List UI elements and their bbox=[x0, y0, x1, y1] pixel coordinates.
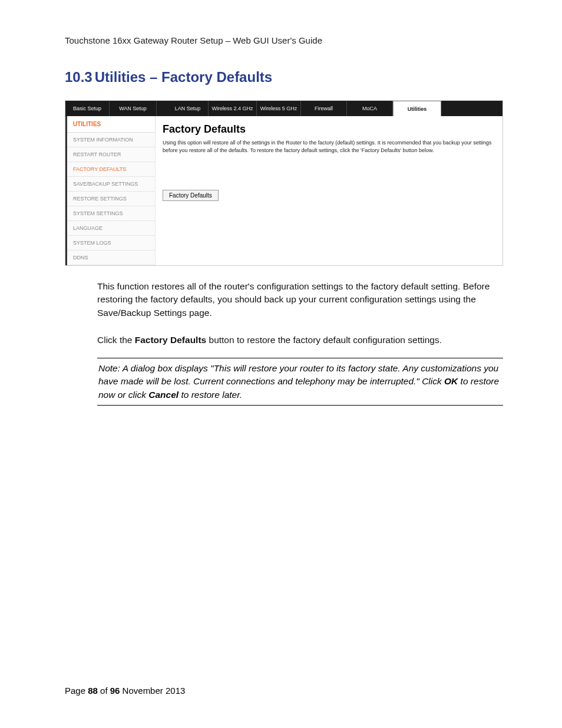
sidebar: UTILITIES SYSTEM INFORMATIONRESTART ROUT… bbox=[65, 116, 156, 265]
section-title: Utilities – Factory Defaults bbox=[95, 69, 272, 85]
section-heading: 10.3Utilities – Factory Defaults bbox=[65, 69, 503, 85]
top-tab-wan-setup[interactable]: WAN Setup bbox=[110, 101, 157, 116]
sidebar-item-system-information[interactable]: SYSTEM INFORMATION bbox=[67, 133, 156, 147]
panel-title: Factory Defaults bbox=[163, 123, 495, 136]
sidebar-item-restart-router[interactable]: RESTART ROUTER bbox=[67, 147, 156, 162]
top-tab-lan-setup[interactable]: LAN Setup bbox=[167, 101, 209, 116]
top-nav: Basic SetupWAN SetupLAN SetupWireless 2.… bbox=[65, 101, 503, 116]
main-panel: Factory Defaults Using this option will … bbox=[156, 116, 503, 265]
top-tab-basic-setup[interactable]: Basic Setup bbox=[65, 101, 110, 116]
sidebar-header: UTILITIES bbox=[67, 116, 156, 133]
sidebar-item-system-logs[interactable]: SYSTEM LOGS bbox=[67, 236, 156, 251]
tab-gap bbox=[157, 101, 167, 116]
sidebar-item-save-backup-settings[interactable]: SAVE/BACKUP SETTINGS bbox=[67, 177, 156, 192]
top-tab-wireless-2-4-ghz[interactable]: Wireless 2.4 GHz bbox=[209, 101, 257, 116]
router-ui-screenshot: Basic SetupWAN SetupLAN SetupWireless 2.… bbox=[65, 100, 503, 266]
section-number: 10.3 bbox=[65, 69, 92, 85]
factory-defaults-button[interactable]: Factory Defaults bbox=[163, 190, 219, 201]
doc-header: Touchstone 16xx Gateway Router Setup – W… bbox=[65, 35, 503, 45]
page-footer: Page 88 of 96 November 2013 bbox=[65, 686, 185, 696]
top-tab-utilities[interactable]: Utilities bbox=[393, 101, 441, 116]
note-box: Note: A dialog box displays "This will r… bbox=[97, 358, 503, 406]
sidebar-item-ddns[interactable]: DDNS bbox=[67, 251, 156, 265]
sidebar-item-system-settings[interactable]: SYSTEM SETTINGS bbox=[67, 206, 156, 221]
top-tab-moca[interactable]: MoCA bbox=[347, 101, 393, 116]
top-tab-wireless-5-ghz[interactable]: Wireless 5 GHz bbox=[257, 101, 301, 116]
top-tab-firewall[interactable]: Firewall bbox=[301, 101, 347, 116]
body-paragraph-2: Click the Factory Defaults button to res… bbox=[97, 334, 503, 347]
sidebar-item-restore-settings[interactable]: RESTORE SETTINGS bbox=[67, 192, 156, 206]
body-paragraph-1: This function restores all of the router… bbox=[97, 280, 503, 319]
sidebar-item-factory-defaults[interactable]: FACTORY DEFAULTS bbox=[67, 162, 156, 177]
tab-filler bbox=[441, 101, 503, 116]
panel-description: Using this option will restore all of th… bbox=[163, 139, 495, 154]
sidebar-item-language[interactable]: LANGUAGE bbox=[67, 221, 156, 236]
